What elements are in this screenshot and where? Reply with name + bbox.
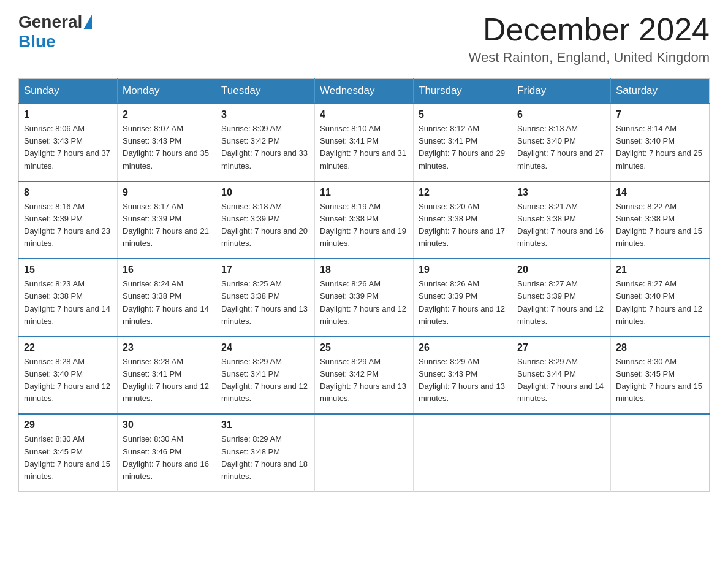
day-number: 14 xyxy=(616,187,704,198)
calendar-cell: 30 Sunrise: 8:30 AM Sunset: 3:46 PM Dayl… xyxy=(118,414,216,491)
day-number: 29 xyxy=(24,419,112,431)
day-number: 13 xyxy=(517,187,605,198)
calendar-header-monday: Monday xyxy=(118,79,216,104)
day-info: Sunrise: 8:29 AM Sunset: 3:48 PM Dayligh… xyxy=(221,433,309,483)
calendar-cell: 14 Sunrise: 8:22 AM Sunset: 3:38 PM Dayl… xyxy=(611,182,710,259)
day-info: Sunrise: 8:19 AM Sunset: 3:38 PM Dayligh… xyxy=(320,201,408,250)
day-info: Sunrise: 8:12 AM Sunset: 3:41 PM Dayligh… xyxy=(419,123,507,172)
calendar-cell: 22 Sunrise: 8:28 AM Sunset: 3:40 PM Dayl… xyxy=(19,337,118,415)
day-info: Sunrise: 8:25 AM Sunset: 3:38 PM Dayligh… xyxy=(221,278,309,327)
calendar-header-saturday: Saturday xyxy=(611,79,710,104)
day-info: Sunrise: 8:27 AM Sunset: 3:40 PM Dayligh… xyxy=(616,278,704,327)
day-info: Sunrise: 8:29 AM Sunset: 3:44 PM Dayligh… xyxy=(517,356,605,405)
calendar-cell: 18 Sunrise: 8:26 AM Sunset: 3:39 PM Dayl… xyxy=(315,259,414,337)
calendar-cell: 15 Sunrise: 8:23 AM Sunset: 3:38 PM Dayl… xyxy=(19,259,118,337)
calendar-cell: 19 Sunrise: 8:26 AM Sunset: 3:39 PM Dayl… xyxy=(414,259,512,337)
calendar-cell: 3 Sunrise: 8:09 AM Sunset: 3:42 PM Dayli… xyxy=(216,104,315,182)
calendar-header-friday: Friday xyxy=(512,79,611,104)
logo-triangle-icon xyxy=(83,15,92,29)
logo: General Blue xyxy=(18,12,93,52)
calendar-cell: 25 Sunrise: 8:29 AM Sunset: 3:42 PM Dayl… xyxy=(315,337,414,415)
calendar-header-thursday: Thursday xyxy=(414,79,512,104)
calendar-cell: 10 Sunrise: 8:18 AM Sunset: 3:39 PM Dayl… xyxy=(216,182,315,259)
day-number: 31 xyxy=(221,419,309,431)
day-info: Sunrise: 8:20 AM Sunset: 3:38 PM Dayligh… xyxy=(419,201,507,250)
day-number: 12 xyxy=(419,187,507,198)
title-section: December 2024 West Rainton, England, Uni… xyxy=(469,12,710,66)
day-number: 7 xyxy=(616,109,704,120)
calendar-cell: 28 Sunrise: 8:30 AM Sunset: 3:45 PM Dayl… xyxy=(611,337,710,415)
day-info: Sunrise: 8:29 AM Sunset: 3:42 PM Dayligh… xyxy=(320,356,408,405)
day-number: 11 xyxy=(320,187,408,198)
day-info: Sunrise: 8:07 AM Sunset: 3:43 PM Dayligh… xyxy=(123,123,211,172)
day-info: Sunrise: 8:10 AM Sunset: 3:41 PM Dayligh… xyxy=(320,123,408,172)
calendar-week-row: 1 Sunrise: 8:06 AM Sunset: 3:43 PM Dayli… xyxy=(19,104,710,182)
day-info: Sunrise: 8:16 AM Sunset: 3:39 PM Dayligh… xyxy=(24,201,112,250)
day-info: Sunrise: 8:14 AM Sunset: 3:40 PM Dayligh… xyxy=(616,123,704,172)
day-number: 30 xyxy=(123,419,211,431)
day-number: 24 xyxy=(221,342,309,353)
calendar-cell: 11 Sunrise: 8:19 AM Sunset: 3:38 PM Dayl… xyxy=(315,182,414,259)
calendar-cell xyxy=(611,414,710,491)
calendar-cell: 29 Sunrise: 8:30 AM Sunset: 3:45 PM Dayl… xyxy=(19,414,118,491)
calendar-cell: 31 Sunrise: 8:29 AM Sunset: 3:48 PM Dayl… xyxy=(216,414,315,491)
day-info: Sunrise: 8:30 AM Sunset: 3:46 PM Dayligh… xyxy=(123,433,211,483)
day-info: Sunrise: 8:09 AM Sunset: 3:42 PM Dayligh… xyxy=(221,123,309,172)
logo-blue-text: Blue xyxy=(18,32,56,52)
day-info: Sunrise: 8:24 AM Sunset: 3:38 PM Dayligh… xyxy=(123,278,211,327)
calendar-cell: 1 Sunrise: 8:06 AM Sunset: 3:43 PM Dayli… xyxy=(19,104,118,182)
day-number: 6 xyxy=(517,109,605,120)
day-info: Sunrise: 8:06 AM Sunset: 3:43 PM Dayligh… xyxy=(24,123,112,172)
calendar-cell: 13 Sunrise: 8:21 AM Sunset: 3:38 PM Dayl… xyxy=(512,182,611,259)
day-number: 17 xyxy=(221,264,309,275)
day-number: 26 xyxy=(419,342,507,353)
day-info: Sunrise: 8:30 AM Sunset: 3:45 PM Dayligh… xyxy=(24,433,112,483)
day-number: 15 xyxy=(24,264,112,275)
day-info: Sunrise: 8:26 AM Sunset: 3:39 PM Dayligh… xyxy=(320,278,408,327)
calendar-week-row: 8 Sunrise: 8:16 AM Sunset: 3:39 PM Dayli… xyxy=(19,182,710,259)
calendar-cell: 20 Sunrise: 8:27 AM Sunset: 3:39 PM Dayl… xyxy=(512,259,611,337)
day-number: 5 xyxy=(419,109,507,120)
calendar-week-row: 22 Sunrise: 8:28 AM Sunset: 3:40 PM Dayl… xyxy=(19,337,710,415)
calendar-cell: 16 Sunrise: 8:24 AM Sunset: 3:38 PM Dayl… xyxy=(118,259,216,337)
page-header: General Blue December 2024 West Rainton,… xyxy=(18,12,710,66)
calendar-cell: 4 Sunrise: 8:10 AM Sunset: 3:41 PM Dayli… xyxy=(315,104,414,182)
day-number: 8 xyxy=(24,187,112,198)
day-info: Sunrise: 8:22 AM Sunset: 3:38 PM Dayligh… xyxy=(616,201,704,250)
day-number: 28 xyxy=(616,342,704,353)
calendar-cell: 8 Sunrise: 8:16 AM Sunset: 3:39 PM Dayli… xyxy=(19,182,118,259)
day-number: 9 xyxy=(123,187,211,198)
day-info: Sunrise: 8:23 AM Sunset: 3:38 PM Dayligh… xyxy=(24,278,112,327)
calendar-cell xyxy=(414,414,512,491)
calendar-cell xyxy=(512,414,611,491)
calendar-week-row: 29 Sunrise: 8:30 AM Sunset: 3:45 PM Dayl… xyxy=(19,414,710,491)
calendar-cell: 27 Sunrise: 8:29 AM Sunset: 3:44 PM Dayl… xyxy=(512,337,611,415)
calendar-cell: 26 Sunrise: 8:29 AM Sunset: 3:43 PM Dayl… xyxy=(414,337,512,415)
calendar-cell: 7 Sunrise: 8:14 AM Sunset: 3:40 PM Dayli… xyxy=(611,104,710,182)
calendar-cell: 5 Sunrise: 8:12 AM Sunset: 3:41 PM Dayli… xyxy=(414,104,512,182)
day-info: Sunrise: 8:17 AM Sunset: 3:39 PM Dayligh… xyxy=(123,201,211,250)
calendar-cell: 9 Sunrise: 8:17 AM Sunset: 3:39 PM Dayli… xyxy=(118,182,216,259)
day-number: 20 xyxy=(517,264,605,275)
calendar-cell: 12 Sunrise: 8:20 AM Sunset: 3:38 PM Dayl… xyxy=(414,182,512,259)
day-info: Sunrise: 8:26 AM Sunset: 3:39 PM Dayligh… xyxy=(419,278,507,327)
day-info: Sunrise: 8:27 AM Sunset: 3:39 PM Dayligh… xyxy=(517,278,605,327)
day-info: Sunrise: 8:28 AM Sunset: 3:40 PM Dayligh… xyxy=(24,356,112,405)
logo-general-text: General xyxy=(18,12,82,32)
day-number: 10 xyxy=(221,187,309,198)
day-number: 3 xyxy=(221,109,309,120)
calendar-cell: 17 Sunrise: 8:25 AM Sunset: 3:38 PM Dayl… xyxy=(216,259,315,337)
month-title: December 2024 xyxy=(469,12,710,47)
day-info: Sunrise: 8:13 AM Sunset: 3:40 PM Dayligh… xyxy=(517,123,605,172)
calendar-table: SundayMondayTuesdayWednesdayThursdayFrid… xyxy=(18,78,710,492)
calendar-header-row: SundayMondayTuesdayWednesdayThursdayFrid… xyxy=(19,79,710,104)
day-number: 18 xyxy=(320,264,408,275)
day-number: 1 xyxy=(24,109,112,120)
day-info: Sunrise: 8:29 AM Sunset: 3:41 PM Dayligh… xyxy=(221,356,309,405)
day-number: 2 xyxy=(123,109,211,120)
day-info: Sunrise: 8:21 AM Sunset: 3:38 PM Dayligh… xyxy=(517,201,605,250)
calendar-header-sunday: Sunday xyxy=(19,79,118,104)
calendar-cell: 21 Sunrise: 8:27 AM Sunset: 3:40 PM Dayl… xyxy=(611,259,710,337)
day-info: Sunrise: 8:18 AM Sunset: 3:39 PM Dayligh… xyxy=(221,201,309,250)
day-info: Sunrise: 8:28 AM Sunset: 3:41 PM Dayligh… xyxy=(123,356,211,405)
